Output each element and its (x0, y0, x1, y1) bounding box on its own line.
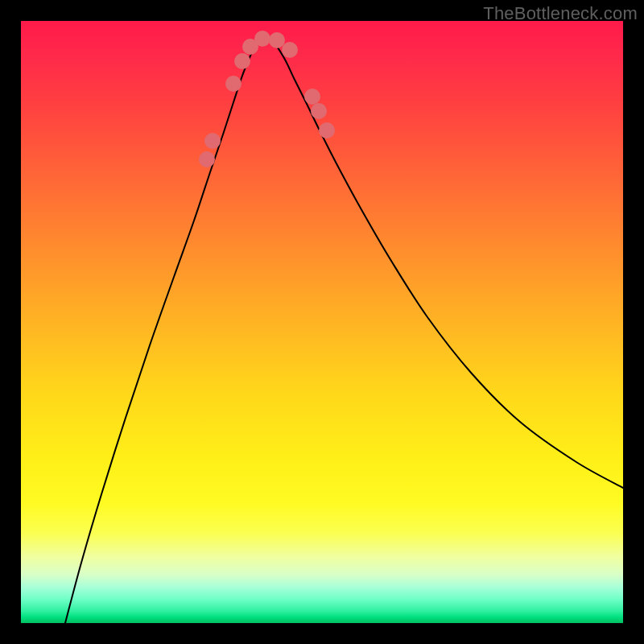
highlighted-point (304, 89, 320, 105)
highlighted-point (319, 122, 335, 138)
highlighted-point (204, 133, 221, 149)
chart-overlay (21, 21, 623, 623)
highlighted-point (234, 53, 250, 69)
watermark-text: TheBottleneck.com (483, 3, 638, 24)
bottleneck-curve (65, 38, 623, 623)
highlighted-point (282, 42, 298, 58)
highlighted-point (311, 103, 327, 119)
highlighted-point (254, 31, 270, 47)
highlighted-point (225, 76, 242, 92)
highlighted-point (199, 151, 215, 167)
highlighted-point (269, 32, 285, 48)
